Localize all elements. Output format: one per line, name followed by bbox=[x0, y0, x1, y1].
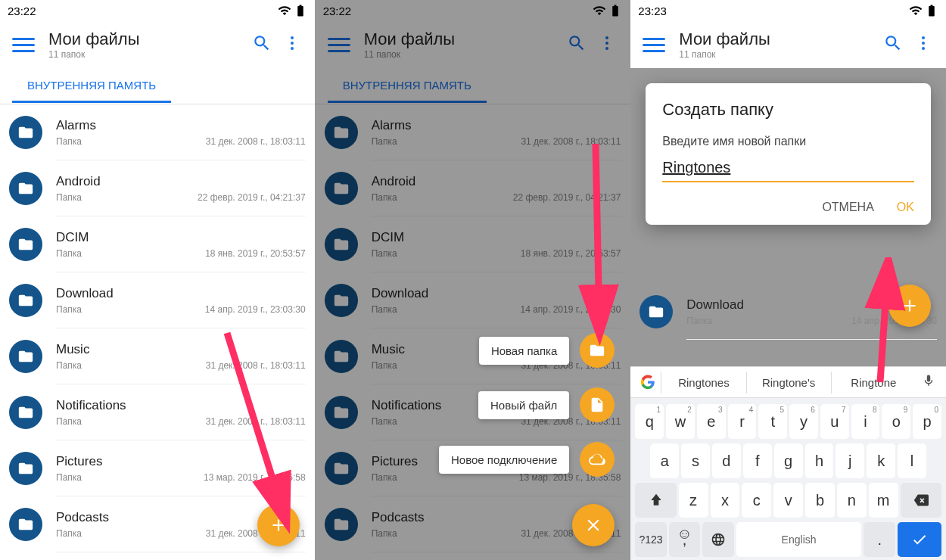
symbols-key[interactable]: ?123 bbox=[635, 522, 666, 557]
key-z[interactable]: z bbox=[679, 483, 708, 518]
speed-dial-new-connection[interactable]: Новое подключение bbox=[439, 442, 615, 477]
menu-icon[interactable] bbox=[328, 38, 350, 52]
list-item[interactable]: Android Папка22 февр. 2019 г., 04:21:37 bbox=[316, 160, 630, 216]
key-q[interactable]: 1q bbox=[635, 404, 664, 439]
tab-internal-storage[interactable]: ВНУТРЕННЯЯ ПАМЯТЬ bbox=[12, 70, 171, 103]
list-item[interactable]: Download Папка14 апр. 2019 г., 23:03:30 bbox=[316, 272, 630, 328]
dialog-hint: Введите имя новой папки bbox=[662, 135, 914, 148]
svg-point-9 bbox=[922, 42, 925, 45]
list-item[interactable]: Android Папка22 февр. 2019 г., 04:21:37 bbox=[0, 160, 315, 216]
list-item[interactable]: DCIM Папка18 янв. 2019 г., 20:53:57 bbox=[316, 216, 630, 272]
file-list[interactable]: Alarms Папка31 дек. 2008 г., 18:03:11 An… bbox=[316, 104, 630, 552]
key-a[interactable]: a bbox=[650, 443, 679, 478]
key-k[interactable]: k bbox=[867, 443, 895, 478]
list-item[interactable]: Alarms Папка31 дек. 2008 г., 18:03:11 bbox=[316, 104, 630, 160]
more-icon[interactable] bbox=[277, 34, 307, 55]
menu-icon[interactable] bbox=[643, 38, 665, 52]
key-u[interactable]: 7u bbox=[820, 404, 849, 439]
speed-dial-new-file[interactable]: Новый файл bbox=[478, 387, 615, 422]
file-date: 31 дек. 2008 г., 18:03:11 bbox=[206, 360, 306, 371]
folder-icon bbox=[325, 172, 358, 205]
language-key[interactable] bbox=[702, 522, 733, 557]
cloud-icon bbox=[580, 442, 615, 477]
key-o[interactable]: 9o bbox=[882, 404, 910, 439]
key-p[interactable]: 0p bbox=[913, 404, 941, 439]
list-item[interactable]: DCIM Папка18 янв. 2019 г., 20:53:57 bbox=[0, 216, 315, 272]
key-h[interactable]: h bbox=[805, 443, 834, 478]
file-icon bbox=[580, 387, 615, 422]
file-date: 31 дек. 2008 г., 18:03:11 bbox=[206, 136, 306, 147]
fab-add[interactable] bbox=[257, 504, 300, 546]
folder-icon bbox=[9, 340, 42, 373]
file-name: Android bbox=[372, 174, 621, 189]
key-x[interactable]: x bbox=[711, 483, 740, 518]
svg-point-8 bbox=[922, 36, 925, 39]
key-m[interactable]: m bbox=[869, 483, 898, 518]
key-t[interactable]: 5t bbox=[758, 404, 787, 439]
key-c[interactable]: c bbox=[742, 483, 771, 518]
key-d[interactable]: d bbox=[712, 443, 741, 478]
key-s[interactable]: s bbox=[681, 443, 710, 478]
key-w[interactable]: 2w bbox=[666, 404, 695, 439]
tab-internal-storage[interactable]: ВНУТРЕННЯЯ ПАМЯТЬ bbox=[328, 70, 487, 103]
speed-dial-new-folder[interactable]: Новая папка bbox=[479, 333, 615, 368]
on-screen-keyboard: Ringtones Ringtone's Ringtone 1q2w3e4r5t… bbox=[630, 366, 946, 560]
more-icon[interactable] bbox=[908, 34, 938, 55]
file-name: Download bbox=[372, 286, 621, 301]
space-key[interactable]: English bbox=[736, 522, 862, 557]
file-date: 14 апр. 2019 г., 23:03:30 bbox=[205, 304, 306, 315]
battery-icon bbox=[925, 4, 938, 17]
list-item[interactable]: Notifications Папка31 дек. 2008 г., 18:0… bbox=[0, 384, 315, 440]
file-type: Папка bbox=[56, 248, 82, 259]
key-y[interactable]: 6y bbox=[789, 404, 818, 439]
list-item[interactable]: Pictures Папка13 мар. 2019 г., 18:35:58 bbox=[0, 440, 315, 496]
suggestion[interactable]: Ringtone's bbox=[746, 372, 831, 394]
file-type: Папка bbox=[56, 472, 82, 483]
file-type: Папка bbox=[372, 136, 397, 147]
key-n[interactable]: n bbox=[837, 483, 867, 518]
enter-key[interactable] bbox=[898, 522, 941, 557]
comma-key[interactable]: ☺, bbox=[669, 522, 700, 557]
key-f[interactable]: f bbox=[743, 443, 772, 478]
folder-icon bbox=[325, 508, 358, 541]
suggestion[interactable]: Ringtones bbox=[661, 372, 745, 394]
key-r[interactable]: 4r bbox=[728, 404, 757, 439]
search-icon[interactable] bbox=[247, 33, 277, 56]
list-item[interactable]: Alarms Папка31 дек. 2008 г., 18:03:11 bbox=[0, 104, 315, 160]
key-b[interactable]: b bbox=[805, 483, 835, 518]
file-list[interactable]: Alarms Папка31 дек. 2008 г., 18:03:11 An… bbox=[0, 104, 315, 552]
list-item[interactable]: Download Папка14 апр. 2019 г., 23:03:30 bbox=[0, 272, 315, 328]
key-e[interactable]: 3e bbox=[697, 404, 726, 439]
suggestion[interactable]: Ringtone bbox=[831, 372, 916, 394]
file-name: Alarms bbox=[56, 118, 306, 133]
period-key[interactable]: . bbox=[864, 522, 895, 557]
key-l[interactable]: l bbox=[898, 443, 926, 478]
file-type: Папка bbox=[56, 192, 82, 203]
more-icon[interactable] bbox=[592, 34, 622, 55]
file-name: Pictures bbox=[56, 454, 306, 469]
app-bar: Мои файлы 11 папок bbox=[316, 21, 630, 68]
fab-close[interactable] bbox=[572, 504, 615, 546]
wifi-icon bbox=[278, 4, 291, 17]
file-date: 31 дек. 2008 г., 18:03:11 bbox=[206, 416, 306, 427]
google-icon[interactable] bbox=[635, 375, 661, 390]
key-g[interactable]: g bbox=[774, 443, 803, 478]
shift-key[interactable] bbox=[635, 483, 676, 518]
key-j[interactable]: j bbox=[836, 443, 864, 478]
app-bar: Мои файлы 11 папок bbox=[0, 21, 315, 68]
folder-icon bbox=[9, 452, 42, 485]
backspace-key[interactable] bbox=[901, 483, 941, 518]
cancel-button[interactable]: ОТМЕНА bbox=[822, 201, 873, 214]
battery-icon bbox=[608, 4, 622, 17]
list-item[interactable]: Music Папка31 дек. 2008 г., 18:03:11 bbox=[0, 328, 315, 384]
fab-add[interactable] bbox=[888, 285, 931, 327]
search-icon[interactable] bbox=[878, 33, 908, 56]
key-i[interactable]: 8i bbox=[851, 404, 880, 439]
menu-icon[interactable] bbox=[12, 38, 35, 52]
key-v[interactable]: v bbox=[773, 483, 803, 518]
search-icon[interactable] bbox=[562, 33, 592, 56]
folder-name-input[interactable]: Ringtones bbox=[662, 159, 914, 182]
mic-icon[interactable] bbox=[916, 374, 941, 390]
file-name: DCIM bbox=[372, 230, 621, 245]
ok-button[interactable]: OK bbox=[897, 201, 914, 214]
